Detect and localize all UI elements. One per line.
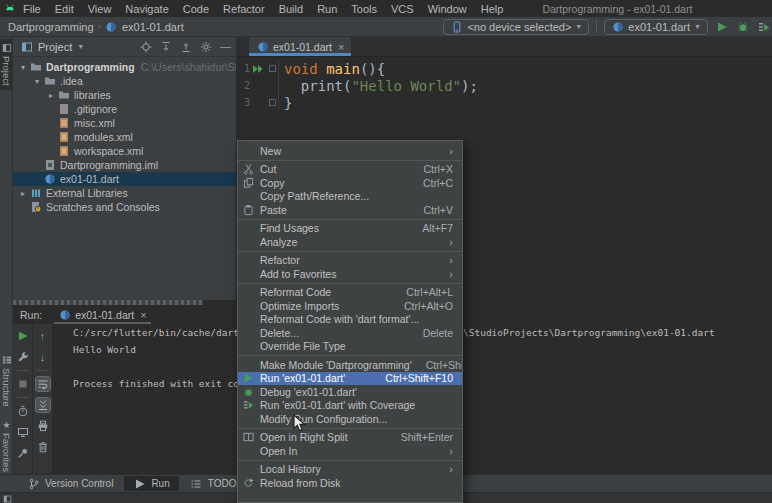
tree-item-external-libraries[interactable]: ▸External Libraries	[13, 186, 236, 200]
context-menu-item-analyze[interactable]: Analyze›	[238, 235, 462, 249]
context-menu-item-add-to-favorites[interactable]: Add to Favorites›	[238, 267, 462, 281]
run-icon-cell	[243, 373, 260, 384]
menu-tools[interactable]: Tools	[344, 3, 384, 15]
menu-file[interactable]: File	[16, 3, 48, 15]
tree-item-workspace-xml[interactable]: workspace.xml	[13, 144, 236, 158]
rerun-icon[interactable]	[16, 329, 30, 343]
breadcrumb-project[interactable]: Dartprogramming	[8, 21, 94, 33]
device-selector[interactable]: <no device selected> ▼	[443, 19, 589, 35]
context-menu-item-open-in-right-split[interactable]: Open in Right SplitShift+Enter	[238, 431, 462, 445]
chevron-right-icon[interactable]: ▸	[45, 91, 57, 100]
context-menu-item-reformat-code[interactable]: Reformat CodeCtrl+Alt+L	[238, 286, 462, 300]
wrench-icon[interactable]	[16, 350, 30, 364]
run-config-selector[interactable]: ex01-01.dart ▼	[604, 19, 708, 35]
context-menu-item-copy-path-reference[interactable]: Copy Path/Reference...	[238, 190, 462, 204]
expand-all-icon[interactable]	[159, 40, 172, 53]
close-icon[interactable]: ×	[140, 309, 146, 321]
context-menu-item-run-ex01-01-dart-with-coverage[interactable]: Run 'ex01-01.dart' with Coverage	[238, 399, 462, 413]
chevron-down-icon[interactable]: ▾	[31, 77, 43, 86]
coverage-icon[interactable]	[757, 20, 770, 33]
menu-vcs[interactable]: VCS	[384, 3, 421, 15]
collapse-all-icon[interactable]	[179, 40, 192, 53]
context-menu-item-delete[interactable]: Delete...Delete	[238, 326, 462, 340]
tree-item-dartprogramming-iml[interactable]: Dartprogramming.iml	[13, 158, 236, 172]
context-menu-item-reload-from-disk[interactable]: Reload from Disk	[238, 476, 462, 490]
tree-item-ex01-01-dart[interactable]: ex01-01.dart	[13, 172, 236, 186]
chevron-right-icon[interactable]: ▸	[17, 189, 29, 198]
context-menu-item-local-history[interactable]: Local History›	[238, 463, 462, 477]
menu-navigate[interactable]: Navigate	[118, 3, 175, 15]
context-menu-item-optimize-imports[interactable]: Optimize ImportsCtrl+Alt+O	[238, 299, 462, 313]
context-menu-item-open-in[interactable]: Open In›	[238, 444, 462, 458]
code-line-1[interactable]: 1void main(){	[236, 60, 772, 77]
tree-item--gitignore[interactable]: .gitignore	[13, 102, 236, 116]
trash-icon[interactable]	[36, 440, 50, 454]
tree-item--idea[interactable]: ▾.idea	[13, 74, 236, 88]
context-menu-item-reformat-code-with-dart-format[interactable]: Reformat Code with 'dart format'...	[238, 313, 462, 327]
fold-marker-icon[interactable]	[266, 65, 278, 72]
fold-marker-icon[interactable]	[266, 99, 278, 106]
tree-item-path: C:\Users\shahidur\StudioProjects\Da	[141, 61, 236, 73]
menu-view[interactable]: View	[81, 3, 119, 15]
tree-item-modules-xml[interactable]: modules.xml	[13, 130, 236, 144]
tool-stripe-project[interactable]: Project	[0, 39, 13, 90]
context-menu-item-modify-run-configuration[interactable]: Modify Run Configuration...	[238, 412, 462, 426]
tree-item-scratches-and-consoles[interactable]: Scratches and Consoles	[13, 200, 236, 214]
menu-edit[interactable]: Edit	[48, 3, 81, 15]
tool-stripe-favorites[interactable]: ★ Favorites	[0, 420, 13, 472]
code-line-3[interactable]: 3}	[236, 94, 772, 111]
menu-window[interactable]: Window	[421, 3, 474, 15]
breadcrumb-file[interactable]: ex01-01.dart	[122, 21, 184, 33]
context-menu-item-refactor[interactable]: Refactor›	[238, 254, 462, 268]
tree-item-misc-xml[interactable]: misc.xml	[13, 116, 236, 130]
menu-refactor[interactable]: Refactor	[216, 3, 272, 15]
status-bar-version-control[interactable]: Version Control	[18, 476, 122, 491]
context-menu-item-cut[interactable]: CutCtrl+X	[238, 163, 462, 177]
context-menu-item-find-usages[interactable]: Find UsagesAlt+F7	[238, 222, 462, 236]
status-bar-run[interactable]: Run	[124, 476, 178, 491]
settings-icon[interactable]	[199, 40, 212, 53]
run-icon[interactable]	[715, 20, 728, 33]
context-menu-item-run-ex01-01-dart[interactable]: Run 'ex01-01.dart'Ctrl+Shift+F10	[238, 372, 462, 386]
mouse-cursor	[293, 414, 306, 435]
scroll-end-icon[interactable]	[36, 398, 50, 412]
code-line-2[interactable]: 2 print("Hello World");	[236, 77, 772, 94]
context-menu-item-copy[interactable]: CopyCtrl+C	[238, 176, 462, 190]
editor-tab[interactable]: ex01-01.dart ×	[249, 37, 351, 56]
soft-wrap-icon[interactable]	[36, 377, 50, 391]
status-bar-todo[interactable]: TODO	[181, 476, 246, 491]
copy-icon-cell	[243, 177, 260, 188]
debug-icon[interactable]	[736, 20, 749, 33]
timer-icon[interactable]	[16, 404, 30, 418]
run-tab[interactable]: ex01-01.dart ×	[54, 305, 150, 324]
tree-item-libraries[interactable]: ▸libraries	[13, 88, 236, 102]
context-menu-item-make-module-dartprogramming[interactable]: Make Module 'Dartprogramming'Ctrl+Shift+…	[238, 358, 462, 372]
hide-icon[interactable]: —	[219, 40, 232, 53]
pin-icon[interactable]	[16, 446, 30, 460]
menu-code[interactable]: Code	[176, 3, 216, 15]
stop-icon[interactable]	[16, 377, 30, 391]
menu-build[interactable]: Build	[272, 3, 310, 15]
tool-stripe-structure[interactable]: Structure	[0, 355, 13, 407]
locate-icon[interactable]	[139, 40, 152, 53]
menu-run[interactable]: Run	[310, 3, 344, 15]
monitor-icon[interactable]	[16, 425, 30, 439]
code-token: );	[461, 78, 478, 94]
status-bar-label: TODO	[208, 478, 237, 489]
menu-item-label: Make Module 'Dartprogramming'	[260, 359, 412, 371]
context-menu-item-debug-ex01-01-dart[interactable]: Debug 'ex01-01.dart'	[238, 385, 462, 399]
context-menu-item-override-file-type[interactable]: Override File Type	[238, 340, 462, 354]
close-icon[interactable]: ×	[338, 41, 344, 53]
printer-icon[interactable]	[36, 419, 50, 433]
arrow-down-icon[interactable]: ↓	[36, 350, 50, 364]
arrow-up-icon[interactable]: ↑	[36, 329, 50, 343]
context-menu-item-new[interactable]: New›	[238, 144, 462, 158]
code-area[interactable]: 1void main(){2 print("Hello World");3}	[236, 57, 772, 111]
tree-item-dartprogramming[interactable]: ▾DartprogrammingC:\Users\shahidur\Studio…	[13, 60, 236, 74]
context-menu-item-paste[interactable]: PasteCtrl+V	[238, 203, 462, 217]
tool-window-switcher-icon[interactable]	[3, 495, 12, 503]
project-panel-title-dropdown[interactable]: Project ▼	[20, 40, 84, 53]
chevron-down-icon[interactable]: ▾	[17, 63, 29, 72]
run-line-icon[interactable]	[250, 63, 266, 75]
menu-help[interactable]: Help	[474, 3, 511, 15]
